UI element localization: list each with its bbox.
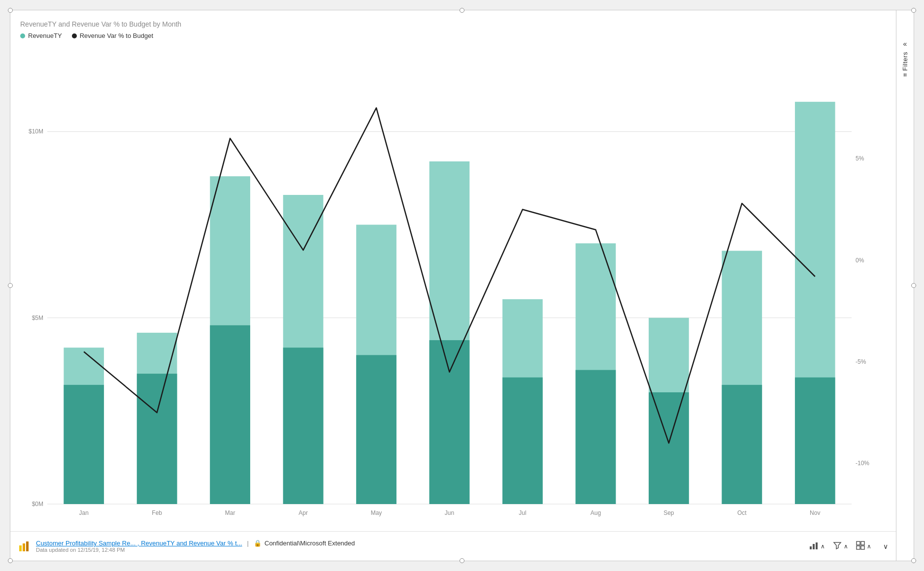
svg-text:Aug: Aug xyxy=(591,509,601,516)
filter-icon[interactable] xyxy=(833,541,842,552)
footer-bar: Customer Profitability Sample Re... , Re… xyxy=(10,531,896,561)
svg-rect-50 xyxy=(861,541,864,545)
bar-chart-icon xyxy=(809,540,819,550)
filters-label: ≡ Filters xyxy=(901,52,909,77)
footer-confidential: 🔒 Confidential\Microsoft Extended xyxy=(254,539,355,547)
svg-text:$5M: $5M xyxy=(32,315,43,321)
svg-text:May: May xyxy=(371,509,382,516)
svg-rect-6 xyxy=(137,374,177,504)
footer-text-group: Customer Profitability Sample Re... , Re… xyxy=(36,539,803,553)
layout-icon[interactable] xyxy=(856,541,865,552)
svg-rect-14 xyxy=(429,340,470,504)
powerbi-logo xyxy=(18,540,30,552)
chart-area: RevenueTY and Revenue Var % to Budget by… xyxy=(10,10,896,531)
svg-text:Mar: Mar xyxy=(225,509,235,516)
svg-rect-47 xyxy=(813,544,815,549)
legend-item-revenuety: RevenueTY xyxy=(20,32,62,39)
svg-text:-5%: -5% xyxy=(856,358,866,365)
svg-rect-4 xyxy=(64,385,104,504)
svg-text:Jun: Jun xyxy=(445,509,454,516)
svg-text:$10M: $10M xyxy=(29,128,43,135)
svg-rect-24 xyxy=(795,378,835,504)
svg-rect-49 xyxy=(857,541,860,545)
chart-svg: $0M$5M$10M5%0%-5%-10%JanFebMarAprMayJunJ… xyxy=(20,47,886,529)
footer-actions: ∧ ∧ ∧ xyxy=(809,540,888,552)
legend-label-variance: Revenue Var % to Budget xyxy=(80,32,153,39)
svg-text:5%: 5% xyxy=(856,155,864,162)
chart-svg-container: $0M$5M$10M5%0%-5%-10%JanFebMarAprMayJunJ… xyxy=(20,47,886,529)
svg-text:Oct: Oct xyxy=(737,509,747,516)
lock-icon: 🔒 xyxy=(254,539,262,547)
layout-chevron[interactable]: ∧ xyxy=(867,543,871,550)
footer-separator: | xyxy=(244,539,252,547)
legend-label-revenuety: RevenueTY xyxy=(28,32,62,39)
legend-item-variance: Revenue Var % to Budget xyxy=(72,32,153,39)
svg-rect-51 xyxy=(857,546,860,549)
svg-rect-43 xyxy=(19,545,22,551)
svg-rect-48 xyxy=(816,542,818,549)
svg-rect-22 xyxy=(722,385,762,504)
svg-rect-46 xyxy=(810,546,812,549)
footer-subtitle: Data updated on 12/15/19, 12:48 PM xyxy=(36,547,803,553)
svg-rect-10 xyxy=(283,348,324,504)
svg-rect-20 xyxy=(649,392,689,504)
analytics-icon[interactable] xyxy=(809,540,819,552)
svg-text:0%: 0% xyxy=(856,257,864,264)
svg-text:-10%: -10% xyxy=(856,460,869,467)
layout-action-group: ∧ xyxy=(856,541,871,552)
svg-rect-18 xyxy=(576,370,616,504)
expand-footer-chevron[interactable]: ∨ xyxy=(883,542,888,550)
svg-rect-12 xyxy=(356,355,396,504)
svg-rect-45 xyxy=(26,541,29,551)
legend-dot-dark xyxy=(72,33,77,38)
svg-text:Sep: Sep xyxy=(663,509,674,516)
filters-panel: « ≡ Filters xyxy=(896,10,914,561)
filter-action-group: ∧ xyxy=(833,541,848,552)
filters-collapse-button[interactable]: « xyxy=(903,40,907,48)
chart-legend: RevenueTY Revenue Var % to Budget xyxy=(20,32,886,39)
filter-icon-svg xyxy=(833,541,842,550)
filters-icon: ≡ xyxy=(901,73,909,77)
chart-title: RevenueTY and Revenue Var % to Budget by… xyxy=(20,20,886,28)
svg-rect-52 xyxy=(861,546,864,549)
layout-icon-svg xyxy=(856,541,865,550)
svg-text:Nov: Nov xyxy=(810,509,820,516)
svg-rect-44 xyxy=(23,543,25,551)
svg-text:Jul: Jul xyxy=(519,509,526,516)
svg-text:Apr: Apr xyxy=(298,509,308,516)
footer-report-link[interactable]: Customer Profitability Sample Re... , Re… xyxy=(36,539,242,547)
legend-dot-teal xyxy=(20,33,25,38)
svg-text:Feb: Feb xyxy=(152,509,162,516)
svg-rect-16 xyxy=(502,378,543,504)
analytics-action-group: ∧ xyxy=(809,540,825,552)
filter-chevron[interactable]: ∧ xyxy=(844,543,848,550)
main-container: « ≡ Filters RevenueTY and Revenue Var % … xyxy=(10,10,914,561)
svg-text:$0M: $0M xyxy=(32,501,43,508)
svg-text:Jan: Jan xyxy=(79,509,89,516)
svg-rect-8 xyxy=(210,325,250,504)
analytics-chevron[interactable]: ∧ xyxy=(821,543,825,550)
